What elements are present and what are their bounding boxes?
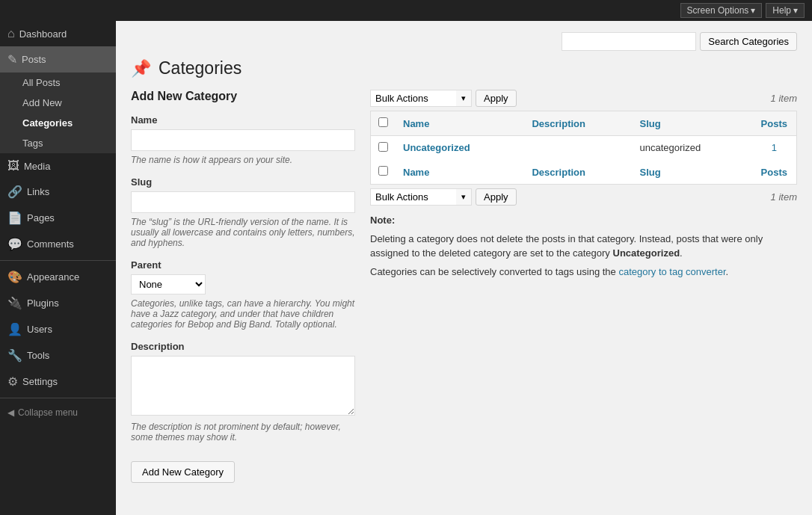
help-label: Help	[772, 5, 791, 16]
name-input[interactable]	[131, 129, 355, 151]
sidebar-item-posts[interactable]: ✎ Posts	[0, 46, 116, 73]
description-field: Description The description is not promi…	[131, 341, 355, 442]
settings-icon: ⚙	[7, 374, 18, 389]
slug-hint: The “slug” is the URL-friendly version o…	[131, 217, 355, 248]
slug-label: Slug	[131, 176, 355, 188]
table-header-checkbox	[371, 111, 396, 136]
comments-icon: 💬	[7, 237, 22, 251]
search-categories-button[interactable]: Search Categories	[700, 32, 797, 51]
sidebar-users-label: Users	[27, 324, 52, 335]
table-header-description[interactable]: Description	[524, 111, 632, 136]
table-footer-name: Name	[396, 160, 524, 185]
bulk-actions-bottom-dropdown-btn[interactable]: ▾	[456, 188, 472, 206]
parent-field: Parent None Categories, unlike tags, can…	[131, 259, 355, 330]
dashboard-icon: ⌂	[7, 27, 15, 40]
table-row: Uncategorized uncategorized 1	[371, 136, 797, 161]
row-slug-cell: uncategorized	[632, 136, 751, 161]
top-bar: Screen Options ▾ Help ▾	[0, 0, 812, 21]
collapse-menu-button[interactable]: ◀ Collapse menu	[0, 401, 116, 424]
sidebar-item-add-new[interactable]: Add New	[0, 93, 116, 113]
note-text-3: Categories can be selectively converted …	[370, 265, 797, 280]
sidebar-item-comments[interactable]: 💬 Comments	[0, 231, 116, 257]
categories-table: Name Description Slug Posts Uncategorize…	[370, 111, 797, 185]
parent-select[interactable]: None	[131, 274, 206, 294]
parent-hint: Categories, unlike tags, can have a hier…	[131, 298, 355, 330]
bulk-actions-top-dropdown-btn[interactable]: ▾	[456, 90, 472, 107]
slug-field: Slug The “slug” is the URL-friendly vers…	[131, 176, 355, 248]
sidebar-item-users[interactable]: 👤 Users	[0, 316, 116, 342]
category-tag-converter-link[interactable]: category to tag converter	[618, 266, 725, 277]
parent-label: Parent	[131, 259, 355, 271]
screen-options-label: Screen Options	[687, 5, 749, 16]
sidebar-item-links[interactable]: 🔗 Links	[0, 179, 116, 205]
search-categories-input[interactable]	[562, 32, 696, 51]
sidebar-item-pages[interactable]: 📄 Pages	[0, 205, 116, 231]
help-button[interactable]: Help ▾	[766, 3, 805, 18]
sidebar-tools-label: Tools	[27, 350, 49, 361]
sidebar-item-tags[interactable]: Tags	[0, 133, 116, 153]
page-title-row: 📌 Categories	[131, 58, 797, 78]
row-checkbox[interactable]	[378, 142, 388, 152]
bulk-dropdown-arrow-icon: ▾	[461, 93, 466, 103]
name-label: Name	[131, 114, 355, 126]
bulk-actions-bottom-row: Bulk Actions ▾ Apply 1 item	[370, 188, 797, 206]
sidebar-divider-1	[0, 260, 116, 261]
note-text-2: Deleting a category does not delete the …	[370, 232, 797, 261]
two-column-layout: Add New Category Name The name is how it…	[131, 90, 797, 483]
description-hint: The description is not prominent by defa…	[131, 422, 355, 442]
description-label: Description	[131, 341, 355, 352]
sidebar-posts-label: Posts	[22, 54, 46, 65]
sidebar-item-appearance[interactable]: 🎨 Appearance	[0, 264, 116, 290]
sidebar-item-categories[interactable]: Categories	[0, 113, 116, 133]
tools-icon: 🔧	[7, 348, 22, 363]
bulk-actions-bottom-select[interactable]: Bulk Actions	[370, 188, 456, 206]
screen-options-arrow-icon: ▾	[751, 5, 755, 16]
add-category-form: Add New Category Name The name is how it…	[131, 90, 355, 483]
bulk-select-bottom-wrapper: Bulk Actions ▾	[370, 188, 472, 206]
sidebar-item-dashboard[interactable]: ⌂ Dashboard	[0, 21, 116, 46]
sidebar: ⌂ Dashboard ✎ Posts All Posts Add New Ca…	[0, 21, 116, 515]
apply-top-button[interactable]: Apply	[476, 90, 517, 107]
appearance-icon: 🎨	[7, 270, 22, 284]
categories-pin-icon: 📌	[131, 59, 151, 78]
sidebar-item-all-posts[interactable]: All Posts	[0, 73, 116, 93]
row-description-cell	[524, 136, 632, 161]
table-header-name[interactable]: Name	[396, 111, 524, 136]
item-count-top: 1 item	[771, 93, 797, 104]
users-icon: 👤	[7, 322, 22, 336]
table-header-row: Name Description Slug Posts	[371, 111, 797, 136]
note-section: Note: Deleting a category does not delet…	[370, 213, 797, 279]
screen-options-button[interactable]: Screen Options ▾	[680, 3, 763, 18]
top-search-row: Search Categories	[131, 32, 797, 51]
select-all-footer-checkbox[interactable]	[378, 166, 388, 176]
uncategorized-bold: Uncategorized	[613, 247, 680, 259]
sidebar-item-tools[interactable]: 🔧 Tools	[0, 342, 116, 368]
posts-count-link[interactable]: 1	[772, 142, 777, 153]
apply-bottom-button[interactable]: Apply	[476, 188, 517, 206]
main-layout: ⌂ Dashboard ✎ Posts All Posts Add New Ca…	[0, 21, 812, 515]
collapse-menu-label: Collapse menu	[18, 407, 78, 418]
description-textarea[interactable]	[131, 356, 355, 416]
form-title: Add New Category	[131, 90, 355, 103]
name-hint: The name is how it appears on your site.	[131, 155, 355, 165]
table-header-slug[interactable]: Slug	[632, 111, 751, 136]
slug-input[interactable]	[131, 191, 355, 213]
sidebar-divider-2	[0, 398, 116, 398]
sidebar-item-media[interactable]: 🖼 Media	[0, 153, 116, 179]
bulk-select-top-wrapper: Bulk Actions ▾	[370, 90, 472, 107]
sidebar-item-plugins[interactable]: 🔌 Plugins	[0, 290, 116, 316]
sidebar-dashboard-label: Dashboard	[19, 28, 67, 40]
table-header-posts[interactable]: Posts	[752, 111, 797, 136]
sidebar-comments-label: Comments	[27, 238, 74, 250]
sidebar-item-settings[interactable]: ⚙ Settings	[0, 368, 116, 395]
add-new-category-button[interactable]: Add New Category	[131, 461, 235, 483]
note-label: Note:	[370, 215, 395, 226]
category-name-link[interactable]: Uncategorized	[403, 142, 470, 153]
select-all-checkbox[interactable]	[378, 117, 388, 127]
parent-select-wrapper: None	[131, 274, 355, 294]
sidebar-appearance-label: Appearance	[27, 271, 79, 283]
table-footer-row: Name Description Slug Posts	[371, 160, 797, 185]
sidebar-pages-label: Pages	[27, 212, 55, 223]
bulk-actions-top-select[interactable]: Bulk Actions	[370, 90, 456, 107]
page-title: Categories	[159, 58, 242, 78]
